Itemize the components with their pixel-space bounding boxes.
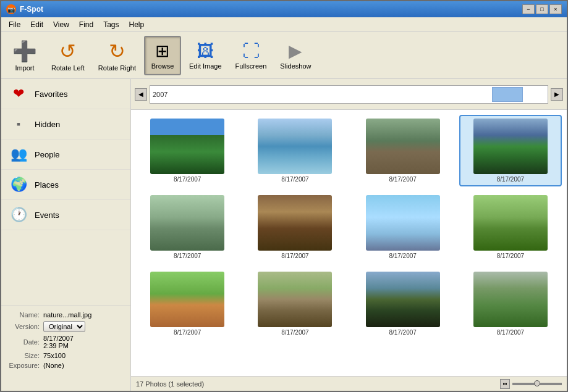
minimize-button[interactable]: − [522, 4, 535, 14]
photo-cell-6[interactable]: 8/17/2007 [244, 191, 346, 263]
menu-help[interactable]: Help [124, 19, 150, 30]
sidebar-item-favorites[interactable]: ❤ Favorites [1, 79, 130, 109]
statusbar: 17 Photos (1 selected) ▪▪ [131, 376, 567, 391]
photo-image-waves [258, 119, 332, 174]
photo-thumb-11 [366, 272, 440, 327]
sidebar-label-favorites: Favorites [35, 90, 67, 99]
import-icon: ➕ [12, 40, 37, 63]
menu-view[interactable]: View [48, 19, 74, 30]
content-area: ◀ 2007 ▶ 8/17/2007 [131, 79, 567, 391]
rotate-left-button[interactable]: ↺ Rotate Left [46, 36, 90, 75]
photo-image-bull [150, 272, 224, 327]
sidebar-label-events: Events [35, 211, 59, 220]
sidebar-item-people[interactable]: 👥 People [1, 140, 130, 170]
meta-date-value: 8/17/20072:39 PM [43, 335, 74, 349]
menubar: File Edit View Find Tags Help [1, 17, 567, 32]
photo-image-path [258, 272, 332, 327]
timeline-bar: ◀ 2007 ▶ [131, 79, 567, 110]
photo-date-12: 8/17/2007 [497, 329, 525, 336]
menu-edit[interactable]: Edit [25, 19, 48, 30]
photo-image-forest2 [473, 272, 548, 327]
version-select[interactable]: Original [43, 321, 85, 332]
photo-date-8: 8/17/2007 [497, 252, 525, 259]
rotate-left-icon: ↺ [59, 40, 76, 63]
photo-cell-8[interactable]: 8/17/2007 [459, 191, 562, 263]
photo-cell-11[interactable]: 8/17/2007 [352, 268, 454, 340]
heart-icon: ❤ [9, 84, 28, 104]
photo-image-goat [473, 195, 548, 251]
rotate-right-button[interactable]: ↻ Rotate Right [93, 36, 142, 75]
rotate-right-label: Rotate Right [98, 64, 136, 72]
sidebar: ❤ Favorites ▪ Hidden 👥 People 🌍 Places 🕐 [1, 79, 131, 391]
menu-file[interactable]: File [4, 19, 25, 30]
photo-thumb-10 [258, 272, 332, 327]
timeline-prev-button[interactable]: ◀ [135, 88, 147, 101]
sidebar-item-hidden[interactable]: ▪ Hidden [1, 109, 130, 140]
app-icon: 📷 [6, 4, 16, 14]
sidebar-item-places[interactable]: 🌍 Places [1, 170, 130, 200]
photo-image-stork [366, 195, 440, 251]
edit-image-label: Edit Image [189, 62, 222, 70]
photo-cell-5[interactable]: 8/17/2007 [136, 191, 239, 263]
menu-tags[interactable]: Tags [98, 19, 124, 30]
photo-thumb-6 [258, 195, 332, 251]
sidebar-label-hidden: Hidden [35, 120, 60, 129]
photo-cell-3[interactable]: 8/17/2007 [352, 115, 454, 186]
meta-date-label: Date: [6, 338, 43, 346]
browse-icon: ⊞ [155, 41, 169, 61]
photo-cell-12[interactable]: 8/17/2007 [459, 268, 562, 340]
timeline-thumb[interactable] [492, 87, 523, 102]
zoom-slider-thumb[interactable] [534, 380, 540, 386]
close-button[interactable]: × [549, 4, 562, 14]
sidebar-label-people: People [35, 150, 59, 159]
meta-size-label: Size: [6, 352, 43, 359]
rotate-right-icon: ↻ [109, 40, 125, 63]
timeline-next-button[interactable]: ▶ [551, 88, 563, 101]
sidebar-tags: ❤ Favorites ▪ Hidden 👥 People 🌍 Places 🕐 [1, 79, 130, 230]
photo-date-4: 8/17/2007 [497, 176, 525, 183]
photo-image-lake [473, 119, 548, 174]
slideshow-label: Slideshow [280, 62, 311, 70]
maximize-button[interactable]: □ [536, 4, 548, 14]
zoom-slider[interactable] [512, 383, 562, 385]
photo-image-roosters [258, 195, 332, 251]
slideshow-button[interactable]: ▶ Slideshow [274, 36, 316, 75]
sidebar-item-events[interactable]: 🕐 Events [1, 200, 130, 230]
photo-grid: 8/17/2007 8/17/2007 8/17/2007 [136, 115, 562, 340]
photo-grid-container[interactable]: 8/17/2007 8/17/2007 8/17/2007 [131, 110, 567, 376]
main-area: ❤ Favorites ▪ Hidden 👥 People 🌍 Places 🕐 [1, 79, 567, 391]
photo-image-cows [150, 195, 224, 251]
people-icon: 👥 [9, 144, 28, 164]
browse-button[interactable]: ⊞ Browse [144, 36, 181, 75]
photo-cell-1[interactable]: 8/17/2007 [136, 115, 239, 186]
photo-date-3: 8/17/2007 [389, 176, 417, 183]
photo-thumb-5 [150, 195, 224, 251]
photo-cell-7[interactable]: 8/17/2007 [352, 191, 454, 263]
photo-cell-10[interactable]: 8/17/2007 [244, 268, 346, 340]
meta-version: Version: Original [6, 321, 125, 332]
zoom-out-button[interactable]: ▪▪ [500, 379, 510, 389]
photo-thumb-2 [258, 119, 332, 174]
meta-size: Size: 75x100 [6, 352, 125, 359]
import-button[interactable]: ➕ Import [6, 36, 43, 75]
photo-cell-9[interactable]: 8/17/2007 [136, 268, 239, 340]
photo-thumb-8 [473, 195, 548, 251]
photo-date-1: 8/17/2007 [174, 176, 201, 183]
edit-image-button[interactable]: 🖼 Edit Image [184, 36, 227, 75]
fullscreen-button[interactable]: ⛶ Fullscreen [230, 36, 273, 75]
hidden-icon: ▪ [9, 114, 28, 134]
import-label: Import [15, 64, 34, 72]
photo-date-2: 8/17/2007 [281, 176, 309, 183]
timeline-year-label: 2007 [153, 91, 167, 98]
photo-date-9: 8/17/2007 [174, 329, 201, 336]
window-controls: − □ × [522, 4, 562, 14]
events-icon: 🕐 [9, 205, 28, 225]
meta-name: Name: nature...mall.jpg [6, 311, 125, 319]
timeline-track[interactable]: 2007 [150, 85, 548, 104]
photo-cell-2[interactable]: 8/17/2007 [244, 115, 346, 186]
places-icon: 🌍 [9, 175, 28, 194]
photo-thumb-1 [150, 119, 224, 174]
menu-find[interactable]: Find [74, 19, 98, 30]
titlebar: 📷 F-Spot − □ × [1, 1, 567, 17]
photo-cell-4[interactable]: 8/17/2007 [459, 115, 562, 186]
